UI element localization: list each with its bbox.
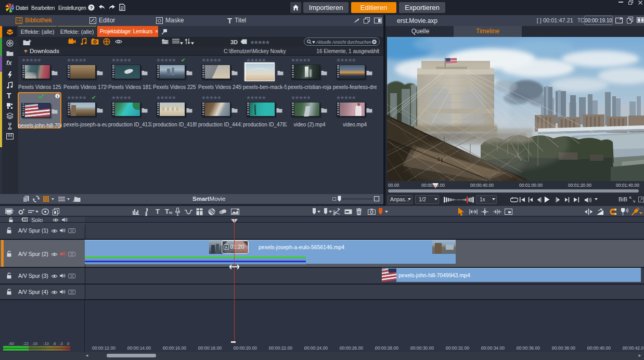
svg-text:?: ? xyxy=(90,5,93,10)
